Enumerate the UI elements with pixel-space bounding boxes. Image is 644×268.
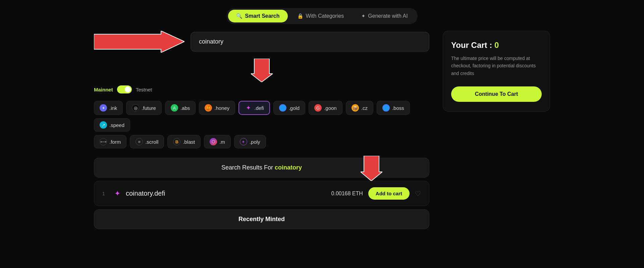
tld-label-abs: .abs (180, 105, 190, 111)
m-icon: ⬡ (210, 138, 217, 145)
right-arrow-annotation (94, 31, 184, 53)
gold-icon: 🌐 (279, 104, 286, 112)
ink-icon: ✦ (100, 104, 107, 112)
form-icon: ⟷ (100, 138, 107, 145)
scroll-icon: ≡ (136, 138, 143, 145)
tld-chip-speed[interactable]: ↗ .speed (94, 118, 130, 132)
favorite-button[interactable]: ♡ (415, 190, 421, 198)
cart-count: 0 (494, 41, 499, 50)
cart-title: Your Cart : 0 (451, 41, 542, 50)
tld-label-poly: .poly (250, 139, 260, 145)
page-wrapper: 🔍 Smart Search 🔒 With Categories ✦ Gener… (0, 0, 644, 268)
blast-icon: B (173, 138, 180, 145)
plus-icon: ✦ (361, 13, 366, 19)
poly-icon: ✦ (240, 138, 247, 145)
cart-section: Your Cart : 0 The ultimate price will be… (443, 31, 550, 112)
left-section: Mainnet Testnet ✦ .ink ◎ .future (94, 31, 429, 232)
result-price: 0.00168 ETH (331, 191, 363, 197)
top-bar: 🔍 Smart Search 🔒 With Categories ✦ Gener… (0, 0, 644, 31)
tld-label-honey: .honey (214, 105, 229, 111)
tld-label-m: .m (219, 139, 225, 145)
down-arrow-1-wrap (94, 59, 429, 82)
tld-chip-form[interactable]: ⟷ .form (94, 135, 126, 148)
tab-smart-search[interactable]: 🔍 Smart Search (228, 10, 287, 22)
tab-group: 🔍 Smart Search 🔒 With Categories ✦ Gener… (226, 8, 417, 24)
add-to-cart-button[interactable]: Add to cart (368, 187, 410, 200)
tld-label-form: .form (109, 139, 121, 145)
tld-label-ink: .ink (109, 105, 117, 111)
results-header-text: Search Results For (221, 164, 273, 171)
goon-icon: G (314, 104, 322, 112)
cart-title-text: Your Cart : (451, 41, 492, 50)
tld-chip-blast[interactable]: B .blast (167, 135, 201, 148)
tld-chip-abs[interactable]: A .abs (165, 101, 196, 115)
network-toggle[interactable] (117, 85, 132, 93)
tld-label-gold: .gold (289, 105, 300, 111)
tab-smart-search-label: Smart Search (245, 13, 279, 19)
tld-chip-poly[interactable]: ✦ .poly (234, 135, 266, 148)
defi-star-icon: ✦ (114, 189, 120, 198)
tld-chip-honey[interactable]: 🍯 .honey (199, 101, 235, 115)
tld-chip-gold[interactable]: 🌐 .gold (273, 101, 306, 115)
tld-label-boss: .boss (392, 105, 404, 111)
tld-label-scroll: .scroll (145, 139, 158, 145)
continue-to-cart-button[interactable]: Continue To Cart (451, 86, 542, 102)
tld-rows: ✦ .ink ◎ .future A .abs 🍯 .honey (94, 101, 429, 148)
boss-icon: 🌐 (382, 104, 390, 112)
abs-icon: A (171, 104, 178, 112)
right-arrow-svg (94, 31, 184, 53)
result-item-wrapper: 1 ✦ coinatory.defi 0.00168 ETH Add to ca… (94, 181, 429, 206)
results-query: coinatory (275, 164, 302, 171)
tab-with-categories[interactable]: 🔒 With Categories (289, 10, 352, 22)
svg-marker-0 (94, 31, 184, 53)
tld-chip-goon[interactable]: G .goon (309, 101, 342, 115)
tld-chip-boss[interactable]: 🌐 .boss (377, 101, 410, 115)
svg-marker-2 (361, 156, 382, 181)
tld-row-1: ✦ .ink ◎ .future A .abs 🍯 .honey (94, 101, 429, 132)
tld-row-2: ⟷ .form ≡ .scroll B .blast ⬡ .m (94, 135, 429, 148)
tab-generate-ai-label: Generate with AI (368, 13, 408, 19)
search-input-wrap (191, 32, 429, 52)
search-area (94, 31, 429, 53)
tld-chip-cz[interactable]: 📦 .cz (346, 101, 373, 115)
search-icon: 🔍 (236, 13, 243, 19)
down-arrow-2-svg (361, 156, 382, 181)
result-item: 1 ✦ coinatory.defi 0.00168 ETH Add to ca… (94, 181, 429, 206)
toggle-knob (125, 86, 131, 92)
down-arrow-1-svg (251, 59, 273, 82)
tab-with-categories-label: With Categories (306, 13, 344, 19)
result-domain: coinatory.defi (126, 190, 326, 197)
tld-label-goon: .goon (324, 105, 337, 111)
future-icon: ◎ (132, 104, 139, 112)
down-arrow-2-wrap (361, 156, 382, 182)
tld-label-defi: .defi (254, 105, 264, 111)
svg-marker-1 (251, 59, 273, 82)
tld-label-cz: .cz (361, 105, 368, 111)
recently-minted-label: Recently Minted (238, 216, 285, 222)
network-row: Mainnet Testnet (94, 85, 429, 93)
defi-icon: ✦ (245, 104, 252, 112)
tld-chip-m[interactable]: ⬡ .m (204, 135, 231, 148)
main-content: Mainnet Testnet ✦ .ink ◎ .future (0, 31, 644, 232)
search-input[interactable] (191, 32, 429, 52)
tld-chip-scroll[interactable]: ≡ .scroll (130, 135, 164, 148)
tab-generate-ai[interactable]: ✦ Generate with AI (353, 10, 416, 22)
honey-icon: 🍯 (205, 104, 212, 112)
speed-icon: ↗ (100, 121, 107, 129)
result-num: 1 (102, 191, 109, 196)
recently-minted: Recently Minted (94, 209, 429, 229)
mainnet-label: Mainnet (94, 87, 113, 92)
tld-label-speed: .speed (109, 122, 124, 128)
tld-chip-ink[interactable]: ✦ .ink (94, 101, 123, 115)
tld-label-future: .future (142, 105, 156, 111)
cart-description: The ultimate price will be computed at c… (451, 55, 542, 77)
testnet-label: Testnet (136, 87, 152, 92)
tld-chip-future[interactable]: ◎ .future (126, 101, 162, 115)
tld-label-blast: .blast (183, 139, 195, 145)
cz-icon: 📦 (352, 104, 359, 112)
lock-icon: 🔒 (297, 13, 304, 19)
tld-chip-defi[interactable]: ✦ .defi (238, 101, 270, 115)
